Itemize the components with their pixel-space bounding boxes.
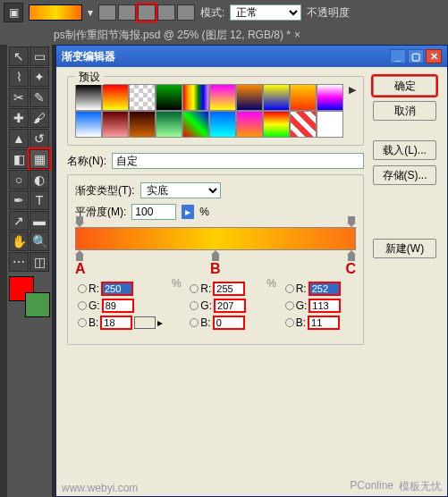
percent-divider: % (167, 277, 185, 337)
zoom-tool[interactable]: 🔍 (30, 232, 49, 251)
radio-b[interactable] (190, 318, 199, 327)
save-button[interactable]: 存储(S)... (373, 165, 436, 185)
preset-swatch[interactable] (209, 84, 236, 111)
preset-swatch[interactable] (290, 84, 317, 111)
color-stop-a[interactable] (75, 250, 84, 261)
linear-gradient-btn[interactable] (98, 4, 116, 21)
close-icon[interactable]: ✕ (426, 49, 442, 63)
gradient-bar[interactable]: A B C (75, 227, 356, 250)
preset-swatch[interactable] (182, 84, 209, 111)
preset-swatch[interactable] (102, 111, 129, 138)
wand-tool[interactable]: ✦ (30, 67, 49, 87)
reflected-gradient-btn[interactable] (157, 4, 175, 21)
radio-g[interactable] (78, 301, 87, 310)
eyedropper-tool[interactable]: ✎ (30, 88, 49, 107)
preset-swatch[interactable] (75, 84, 102, 111)
marquee-tool[interactable]: ▭ (30, 46, 49, 66)
c-g-input[interactable] (309, 299, 341, 313)
smoothness-input[interactable] (131, 204, 176, 220)
radial-gradient-btn[interactable] (118, 4, 136, 21)
mode-label: 模式: (200, 5, 224, 21)
diamond-gradient-btn[interactable] (177, 4, 195, 21)
a-r-input[interactable] (101, 282, 133, 296)
preset-swatch[interactable] (156, 84, 182, 111)
preset-swatch[interactable] (290, 111, 317, 138)
opacity-stop[interactable] (347, 216, 356, 227)
new-button[interactable]: 新建(W) (373, 239, 436, 258)
stamp-tool[interactable]: ▲ (9, 129, 29, 148)
radio-g[interactable] (190, 301, 199, 310)
ok-button[interactable]: 确定 (373, 76, 436, 96)
preset-swatch[interactable] (236, 84, 263, 111)
opacity-stop[interactable] (75, 216, 84, 227)
blur-tool[interactable]: ○ (9, 170, 29, 190)
dropdown-icon[interactable]: ▾ (88, 6, 93, 19)
radio-g[interactable] (285, 301, 294, 310)
dialog-titlebar[interactable]: 渐变编辑器 _ ▢ ✕ (56, 46, 447, 67)
shape-tool[interactable]: ▬ (30, 211, 49, 231)
blend-mode-select[interactable]: 正常 (230, 4, 301, 21)
radio-b[interactable] (78, 318, 87, 327)
hand-tool[interactable]: ✋ (9, 232, 29, 251)
extra-tool-2[interactable]: ◫ (30, 252, 49, 272)
grad-type-select[interactable]: 实底 (140, 182, 221, 198)
preset-swatch[interactable] (263, 111, 290, 138)
minimize-icon[interactable]: _ (390, 49, 406, 63)
stop-panel-a: R: G: B: ▸ (75, 277, 165, 337)
color-chip-a[interactable] (134, 316, 156, 329)
gradient-tool[interactable]: ▦ (30, 149, 49, 169)
path-tool[interactable]: ↗ (9, 211, 29, 231)
lasso-tool[interactable]: ⌇ (9, 67, 29, 87)
color-stop-b[interactable] (211, 250, 220, 261)
preset-swatch[interactable] (129, 111, 156, 138)
b-b-input[interactable] (213, 316, 245, 330)
brush-tool[interactable]: 🖌 (30, 108, 49, 128)
dropdown-icon[interactable]: ▸ (182, 205, 194, 219)
background-color[interactable] (25, 292, 50, 317)
preset-swatch[interactable] (209, 111, 236, 138)
b-r-input[interactable] (213, 282, 245, 296)
tab-close-icon[interactable]: × (294, 29, 300, 41)
radio-r[interactable] (78, 284, 87, 293)
history-brush-tool[interactable]: ↺ (30, 129, 49, 148)
a-b-input[interactable] (100, 316, 132, 330)
pen-tool[interactable]: ✒ (9, 190, 29, 210)
preset-swatch[interactable] (182, 111, 209, 138)
gradient-type-group (98, 4, 195, 21)
gradient-name-input[interactable] (112, 153, 364, 169)
angle-gradient-btn[interactable] (138, 4, 156, 21)
preset-swatch[interactable] (263, 84, 290, 111)
maximize-icon[interactable]: ▢ (408, 49, 424, 63)
preset-menu-icon[interactable]: ▶ (349, 84, 356, 96)
preset-swatch[interactable] (129, 84, 156, 111)
radio-r[interactable] (190, 284, 199, 293)
healing-tool[interactable]: ✚ (9, 108, 29, 128)
crop-tool[interactable]: ✂ (9, 88, 29, 107)
cancel-button[interactable]: 取消 (373, 101, 436, 121)
eraser-tool[interactable]: ◧ (9, 149, 29, 169)
load-button[interactable]: 载入(L)... (373, 140, 436, 160)
b-g-input[interactable] (214, 299, 246, 313)
move-tool[interactable]: ↖ (9, 46, 29, 66)
extra-tool-1[interactable]: ⋯ (9, 252, 29, 272)
dodge-tool[interactable]: ◐ (30, 170, 49, 190)
preset-swatch[interactable] (75, 111, 102, 138)
radio-b[interactable] (285, 318, 294, 327)
preset-swatch[interactable] (317, 111, 343, 138)
radio-r[interactable] (285, 284, 294, 293)
a-g-input[interactable] (102, 299, 134, 313)
dialog-title: 渐变编辑器 (62, 49, 115, 64)
preset-swatch[interactable] (102, 84, 129, 111)
c-r-input[interactable] (309, 282, 341, 296)
type-tool[interactable]: T (30, 190, 49, 210)
gradient-swatch[interactable] (29, 4, 82, 21)
color-stop-c[interactable] (347, 250, 356, 261)
preset-swatch[interactable] (156, 111, 182, 138)
preset-swatch[interactable] (317, 84, 343, 111)
c-b-input[interactable] (308, 316, 340, 330)
marker-a: A (75, 261, 86, 277)
rgb-panels: R: G: B: ▸ % R: G: B: % (75, 277, 356, 337)
preset-swatch[interactable] (236, 111, 263, 138)
options-bar: ▣ ▾ 模式: 正常 不透明度 (0, 0, 448, 25)
document-tab[interactable]: ps制作重阳节海报.psd @ 25% (图层 12, RGB/8) * (54, 28, 291, 43)
